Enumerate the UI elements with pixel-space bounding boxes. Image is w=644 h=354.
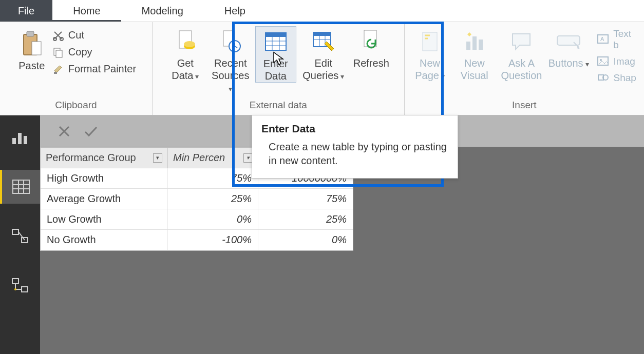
svg-rect-29 bbox=[557, 36, 580, 45]
formula-cancel-button[interactable] bbox=[55, 123, 73, 140]
database-icon bbox=[173, 28, 198, 55]
recent-icon bbox=[218, 28, 243, 55]
shapes-label: Shap bbox=[614, 72, 636, 84]
speech-icon bbox=[509, 28, 534, 55]
cell: 75% bbox=[168, 168, 258, 188]
refresh-label: Refresh bbox=[353, 57, 389, 69]
buttons-label: Buttons bbox=[548, 57, 589, 69]
svg-rect-39 bbox=[13, 180, 29, 193]
cell: 0% bbox=[258, 230, 353, 250]
paste-label: Paste bbox=[18, 60, 45, 72]
get-data-button[interactable]: Get Data bbox=[165, 26, 206, 82]
format-painter-label: Format Painter bbox=[68, 63, 136, 75]
column-header-performance-group[interactable]: Performance Group ▾ bbox=[41, 148, 168, 168]
cell: Low Growth bbox=[41, 209, 168, 229]
svg-rect-1 bbox=[27, 31, 34, 36]
col-a-label: Performance Group bbox=[46, 152, 136, 164]
svg-rect-26 bbox=[466, 42, 470, 50]
new-visual-label: New Visual bbox=[461, 57, 488, 82]
view-relationships-button[interactable] bbox=[0, 268, 40, 302]
format-painter-button[interactable]: Format Painter bbox=[52, 63, 136, 75]
menu-bar: File Home Modeling Help bbox=[0, 0, 644, 22]
cell: High Growth bbox=[41, 168, 168, 188]
cut-label: Cut bbox=[68, 29, 84, 41]
ribbon: Paste Cut Copy bbox=[0, 22, 644, 115]
svg-rect-27 bbox=[472, 36, 477, 50]
image-icon bbox=[597, 56, 610, 67]
column-header-min-percent[interactable]: Min Percen ▾ bbox=[168, 148, 258, 168]
table-icon bbox=[263, 29, 288, 55]
table-row[interactable]: Low Growth 0% 25% bbox=[41, 209, 353, 230]
image-label: Imag bbox=[614, 56, 635, 67]
formula-confirm-button[interactable] bbox=[82, 123, 100, 140]
paste-button[interactable]: Paste bbox=[16, 26, 48, 72]
edit-queries-button[interactable]: Edit Queries bbox=[300, 26, 347, 82]
cell: 0% bbox=[168, 209, 258, 229]
chevron-down-icon[interactable]: ▾ bbox=[153, 153, 162, 163]
view-data-button[interactable] bbox=[0, 170, 40, 204]
shapes-icon bbox=[597, 73, 610, 83]
tab-help[interactable]: Help bbox=[204, 0, 266, 22]
cell: 75% bbox=[258, 189, 353, 209]
cell: Average Growth bbox=[41, 189, 168, 209]
view-report-button[interactable] bbox=[0, 121, 40, 154]
tab-home[interactable]: Home bbox=[52, 0, 121, 22]
svg-rect-7 bbox=[54, 72, 57, 74]
text-box-button[interactable]: A Text b bbox=[597, 28, 639, 51]
image-button[interactable]: Imag bbox=[597, 56, 639, 67]
ask-question-label: Ask A Question bbox=[501, 57, 542, 82]
text-box-label: Text b bbox=[613, 28, 639, 51]
enter-data-button[interactable]: Enter Data bbox=[255, 26, 296, 83]
svg-rect-2 bbox=[32, 42, 41, 55]
recent-sources-button[interactable]: Recent Sources bbox=[210, 26, 251, 94]
svg-rect-38 bbox=[24, 136, 27, 144]
refresh-button[interactable]: Refresh bbox=[351, 26, 392, 69]
tooltip-title: Enter Data bbox=[261, 123, 448, 135]
svg-text:A: A bbox=[600, 36, 604, 42]
svg-rect-28 bbox=[479, 40, 483, 50]
new-page-button[interactable]: New Page bbox=[410, 26, 450, 82]
scissors-icon bbox=[52, 30, 64, 41]
buttons-button[interactable]: Buttons bbox=[548, 26, 589, 69]
edit-queries-label: Edit Queries bbox=[302, 57, 344, 82]
group-insert-label: Insert bbox=[512, 96, 537, 115]
paintbrush-icon bbox=[52, 64, 64, 75]
left-rail bbox=[0, 115, 40, 354]
tab-modeling[interactable]: Modeling bbox=[121, 0, 204, 22]
view-model-button[interactable] bbox=[0, 219, 40, 253]
col-b-label: Min Percen bbox=[173, 152, 225, 164]
cell: No Growth bbox=[41, 230, 168, 250]
svg-rect-47 bbox=[22, 287, 28, 292]
group-clipboard-label: Clipboard bbox=[55, 96, 97, 115]
tab-file[interactable]: File bbox=[0, 0, 52, 22]
table-row[interactable]: Average Growth 25% 75% bbox=[41, 189, 353, 209]
svg-rect-14 bbox=[266, 33, 286, 37]
svg-rect-20 bbox=[313, 32, 331, 36]
recent-sources-label: Recent Sources bbox=[210, 57, 251, 94]
svg-rect-36 bbox=[12, 138, 16, 144]
shapes-button[interactable]: Shap bbox=[597, 72, 639, 84]
new-visual-button[interactable]: New Visual bbox=[454, 26, 495, 82]
get-data-label: Get Data bbox=[172, 57, 199, 82]
copy-button[interactable]: Copy bbox=[52, 46, 136, 58]
page-icon bbox=[418, 28, 442, 55]
bar-chart-icon bbox=[11, 130, 29, 145]
cell: 25% bbox=[258, 209, 353, 229]
cell: -100% bbox=[168, 230, 258, 250]
svg-rect-6 bbox=[56, 50, 62, 57]
ask-question-button[interactable]: Ask A Question bbox=[499, 26, 544, 82]
refresh-icon bbox=[359, 28, 384, 55]
table-row[interactable]: No Growth -100% 0% bbox=[41, 230, 353, 250]
svg-point-48 bbox=[14, 288, 16, 290]
copy-icon bbox=[52, 47, 64, 58]
textbox-icon: A bbox=[597, 34, 610, 45]
edit-table-icon bbox=[311, 28, 336, 55]
group-external-data-label: External data bbox=[250, 96, 307, 115]
copy-label: Copy bbox=[68, 46, 92, 58]
cut-button[interactable]: Cut bbox=[52, 29, 136, 41]
button-icon bbox=[556, 28, 581, 55]
relationships-icon bbox=[11, 278, 29, 293]
tooltip-body: Create a new table by typing or pasting … bbox=[261, 140, 448, 168]
clipboard-icon bbox=[21, 30, 43, 58]
model-icon bbox=[11, 228, 29, 244]
